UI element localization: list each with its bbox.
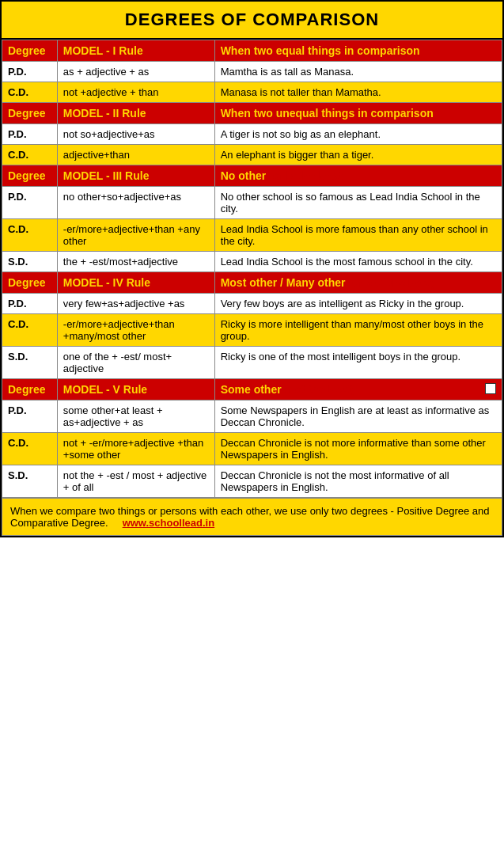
- degree-col: Degree: [2, 103, 58, 124]
- degree-col: Degree: [2, 165, 58, 187]
- degree-col: P.D.: [2, 187, 58, 219]
- table-row: S.D.not the + -est / most + adjective + …: [2, 465, 502, 498]
- degree-col: C.D.: [2, 82, 58, 103]
- example-col: Manasa is not taller than Mamatha.: [214, 82, 502, 103]
- rule-col: adjective+than: [57, 145, 214, 165]
- degree-col: P.D.: [2, 62, 58, 82]
- rule-col: MODEL - V Rule: [57, 379, 214, 401]
- rule-col: not the + -est / most + adjective + of a…: [57, 465, 214, 498]
- example-col: Very few boys are as intelligent as Rick…: [214, 294, 502, 314]
- example-col: A tiger is not so big as an elephant.: [214, 124, 502, 145]
- table-row: DegreeMODEL - I RuleWhen two equal thing…: [2, 40, 502, 62]
- example-plain-text: No other: [221, 169, 269, 182]
- table-row: DegreeMODEL - II RuleWhen two unequal th…: [2, 103, 502, 124]
- degree-col: P.D.: [2, 294, 58, 314]
- example-highlight-text: (only the best): [269, 169, 345, 182]
- rule-col: no other+so+adjective+as: [57, 187, 214, 219]
- example-col: Some Newspapers in English are at least …: [214, 401, 502, 433]
- table-row: DegreeMODEL - V RuleSome other (not the …: [2, 379, 502, 401]
- example-col: Ricky is more intelligent than many/most…: [214, 314, 502, 347]
- degree-col: S.D.: [2, 347, 58, 379]
- rule-col: MODEL - I Rule: [57, 40, 214, 62]
- degree-col: S.D.: [2, 465, 58, 498]
- degree-col: C.D.: [2, 219, 58, 252]
- comparison-table: DegreeMODEL - I RuleWhen two equal thing…: [2, 40, 502, 498]
- example-col: When two equal things in comparison: [214, 40, 502, 62]
- degree-col: C.D.: [2, 433, 58, 465]
- table-row: C.D.-er/more+adjective+than +many/most o…: [2, 314, 502, 347]
- example-col: Lead India School is the most famous sch…: [214, 252, 502, 272]
- rule-col: very few+as+adjective +as: [57, 294, 214, 314]
- rule-col: -er/more+adjective+than +many/most other: [57, 314, 214, 347]
- table-row: P.D.no other+so+adjective+asNo other sch…: [2, 187, 502, 219]
- page-title: DEGREES OF COMPARISON: [2, 2, 502, 40]
- main-container: DEGREES OF COMPARISON DegreeMODEL - I Ru…: [0, 0, 504, 537]
- footer-link[interactable]: www.schoollead.in: [123, 517, 215, 529]
- degree-col: C.D.: [2, 145, 58, 165]
- table-row: P.D.very few+as+adjective +asVery few bo…: [2, 294, 502, 314]
- degree-col: S.D.: [2, 252, 58, 272]
- example-highlight-text: (not the best): [285, 383, 355, 396]
- table-row: C.D.adjective+thanAn elephant is bigger …: [2, 145, 502, 165]
- table-row: S.D.the + -est/most+adjectiveLead India …: [2, 252, 502, 272]
- example-col: An elephant is bigger than a tiger.: [214, 145, 502, 165]
- footer-table: When we compare two things or persons wi…: [2, 498, 502, 536]
- example-col: When two unequal things in comparison: [214, 103, 502, 124]
- small-box-icon: [485, 383, 496, 394]
- degree-col: C.D.: [2, 314, 58, 347]
- rule-col: MODEL - III Rule: [57, 165, 214, 187]
- table-row: DegreeMODEL - III RuleNo other (only the…: [2, 165, 502, 187]
- footer-cell: When we compare two things or persons wi…: [2, 499, 502, 536]
- rule-col: some other+at least + as+adjective + as: [57, 401, 214, 433]
- table-row: S.D.one of the + -est/ most+ adjectiveRi…: [2, 347, 502, 379]
- rule-col: MODEL - II Rule: [57, 103, 214, 124]
- example-col: Deccan Chronicle is not more informative…: [214, 433, 502, 465]
- degree-col: Degree: [2, 379, 58, 401]
- table-row: P.D.some other+at least + as+adjective +…: [2, 401, 502, 433]
- rule-col: not + -er/more+adjective +than +some oth…: [57, 433, 214, 465]
- table-row: DegreeMODEL - IV RuleMost other / Many o…: [2, 272, 502, 294]
- rule-col: the + -est/most+adjective: [57, 252, 214, 272]
- table-row: P.D.as + adjective + asMamtha is as tall…: [2, 62, 502, 82]
- example-col: No other school is so famous as Lead Ind…: [214, 187, 502, 219]
- example-col: Ricky is one of the most intelligent boy…: [214, 347, 502, 379]
- example-col: Some other (not the best): [214, 379, 502, 401]
- rule-col: one of the + -est/ most+ adjective: [57, 347, 214, 379]
- table-row: C.D.not + -er/more+adjective +than +some…: [2, 433, 502, 465]
- example-col: Most other / Many other (one of the best…: [214, 272, 502, 294]
- example-plain-text: Most other / Many other: [221, 276, 349, 289]
- degree-col: Degree: [2, 272, 58, 294]
- example-col: Lead India School is more famous than an…: [214, 219, 502, 252]
- rule-col: -er/more+adjective+than +any other: [57, 219, 214, 252]
- degree-col: Degree: [2, 40, 58, 62]
- rule-col: as + adjective + as: [57, 62, 214, 82]
- example-col: Deccan Chronicle is not the most informa…: [214, 465, 502, 498]
- example-col: Mamtha is as tall as Manasa.: [214, 62, 502, 82]
- example-plain-text: Some other: [221, 383, 285, 396]
- example-highlight-text: (one of the best): [348, 276, 434, 289]
- table-row: P.D.not so+adjective+asA tiger is not so…: [2, 124, 502, 145]
- rule-col: not so+adjective+as: [57, 124, 214, 145]
- degree-col: P.D.: [2, 401, 58, 433]
- rule-col: not +adjective + than: [57, 82, 214, 103]
- table-row: C.D.not +adjective + thanManasa is not t…: [2, 82, 502, 103]
- example-col: No other (only the best): [214, 165, 502, 187]
- footer-row: When we compare two things or persons wi…: [2, 499, 502, 536]
- footer-text: When we compare two things or persons wi…: [10, 505, 490, 529]
- rule-col: MODEL - IV Rule: [57, 272, 214, 294]
- degree-col: P.D.: [2, 124, 58, 145]
- table-row: C.D.-er/more+adjective+than +any otherLe…: [2, 219, 502, 252]
